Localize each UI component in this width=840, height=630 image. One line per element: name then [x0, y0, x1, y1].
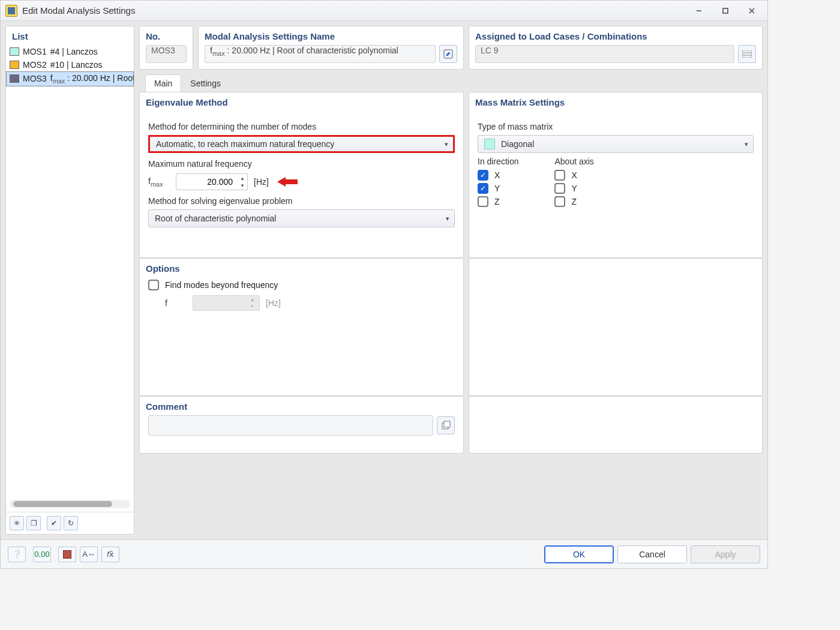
minimize-button[interactable]: [686, 2, 712, 19]
svg-rect-10: [444, 421, 450, 427]
beyond-f-input: ▲▸: [193, 295, 260, 311]
solve-method-value: Root of characteristic polynomial: [155, 214, 276, 223]
no-field: MOS3: [146, 45, 187, 63]
comment-library-button[interactable]: [437, 416, 455, 434]
list-header: List: [6, 26, 134, 45]
mass-type-value: Diagonal: [501, 139, 534, 149]
mass-type-select[interactable]: Diagonal ▾: [478, 135, 754, 153]
beyond-f-symbol: f: [165, 298, 187, 308]
method-modes-select[interactable]: Automatic, to reach maximum natural freq…: [148, 135, 455, 153]
axis-z-checkbox[interactable]: [554, 196, 565, 207]
dialog-footer: ❔ 0,00 A↔ fx̂ OK Cancel Apply: [1, 539, 767, 568]
name-panel: Modal Analysis Settings Name fmax : 20.0…: [198, 26, 464, 70]
chevron-down-icon: ▾: [445, 140, 448, 148]
chevron-down-icon: ▾: [745, 140, 748, 148]
svg-marker-8: [277, 177, 298, 187]
solve-method-label: Method for solving eigenvalue problem: [148, 196, 455, 206]
new-item-button[interactable]: ✳: [10, 516, 24, 530]
list-hscrollbar[interactable]: [10, 500, 130, 508]
list-panel: List MOS1 #4 | Lanczos MOS2 #10 | Lanczo…: [5, 26, 134, 535]
window-title: Edit Modal Analysis Settings: [22, 5, 135, 16]
top-row: No. MOS3 Modal Analysis Settings Name fm…: [139, 26, 763, 70]
list-body: MOS1 #4 | Lanczos MOS2 #10 | Lanczos MOS…: [6, 45, 134, 496]
color-button[interactable]: [58, 547, 76, 562]
name-label: Modal Analysis Settings Name: [199, 26, 463, 45]
axis-header: About axis: [554, 157, 593, 166]
cancel-button[interactable]: Cancel: [617, 545, 687, 563]
list-item-mos2[interactable]: MOS2 #10 | Lanczos: [6, 58, 134, 71]
list-item-desc: #10 | Lanczos: [50, 60, 103, 70]
comment-panel: Comment: [139, 396, 464, 454]
no-label: No.: [140, 26, 193, 45]
maximize-button[interactable]: [712, 2, 739, 19]
titlebar: Edit Modal Analysis Settings: [1, 1, 767, 21]
tabs: Main Settings: [139, 74, 763, 92]
axis-x-checkbox[interactable]: [554, 170, 565, 181]
empty-comment-right-panel: [469, 396, 763, 454]
name-field[interactable]: fmax : 20.000 Hz | Root of characteristi…: [205, 45, 436, 63]
empty-right-panel: [469, 258, 763, 397]
fmax-symbol: fmax: [148, 176, 170, 188]
check-all-button[interactable]: ✔: [47, 516, 61, 530]
list-toolbar: ✳ ❐ ✔ ↻: [6, 512, 134, 534]
method-modes-value: Automatic, to reach maximum natural freq…: [156, 139, 334, 149]
eigenvalue-panel: Eigenvalue Method Method for determining…: [139, 92, 464, 258]
list-item-mos1[interactable]: MOS1 #4 | Lanczos: [6, 45, 134, 58]
find-beyond-label: Find modes beyond frequency: [165, 280, 278, 290]
max-freq-label: Maximum natural frequency: [148, 159, 455, 169]
list-item-desc: #4 | Lanczos: [50, 47, 98, 56]
fmax-input[interactable]: [176, 173, 248, 190]
direction-header: In direction: [478, 157, 518, 166]
mass-type-label: Type of mass matrix: [478, 122, 754, 131]
comment-header: Comment: [140, 397, 463, 415]
tab-settings[interactable]: Settings: [181, 74, 230, 92]
comment-input[interactable]: [148, 415, 433, 436]
svg-rect-1: [723, 8, 728, 13]
eigenvalue-header: Eigenvalue Method: [140, 92, 463, 111]
apply-button[interactable]: Apply: [691, 545, 760, 563]
callout-arrow-icon: [277, 176, 298, 188]
comment-row: Comment: [139, 396, 763, 535]
assigned-label: Assigned to Load Cases / Combinations: [469, 26, 762, 45]
fx-button[interactable]: fx̂: [101, 547, 119, 562]
svg-rect-5: [742, 50, 752, 58]
mass-matrix-panel: Mass Matrix Settings Type of mass matrix…: [469, 92, 763, 258]
assigned-details-button[interactable]: [738, 45, 756, 63]
content-area: List MOS1 #4 | Lanczos MOS2 #10 | Lanczo…: [1, 21, 767, 539]
tab-main[interactable]: Main: [145, 74, 181, 92]
app-icon: [5, 5, 17, 17]
middle-panels: Options Find modes beyond frequency f ▲▸: [139, 258, 763, 397]
solve-method-select[interactable]: Root of characteristic polynomial ▾: [148, 209, 455, 227]
ok-button[interactable]: OK: [544, 545, 614, 563]
dialog-window: Edit Modal Analysis Settings List MOS1 #…: [0, 0, 768, 569]
direction-z-checkbox[interactable]: [478, 196, 488, 207]
options-header: Options: [140, 259, 463, 277]
help-button[interactable]: ❔: [8, 547, 26, 562]
direction-y-checkbox[interactable]: [478, 183, 488, 194]
axis-y-checkbox[interactable]: [554, 183, 565, 194]
direction-x-checkbox[interactable]: [478, 170, 488, 181]
check-refresh-button[interactable]: ↻: [64, 516, 78, 530]
find-beyond-checkbox[interactable]: [148, 280, 159, 290]
mass-header: Mass Matrix Settings: [469, 92, 762, 111]
copy-item-button[interactable]: ❐: [26, 516, 41, 530]
mass-type-color-chip: [484, 139, 495, 149]
work-area: Main Settings Eigenvalue Method Method f…: [139, 74, 763, 535]
list-item-id: MOS3: [23, 74, 47, 83]
no-panel: No. MOS3: [139, 26, 193, 70]
edit-name-button[interactable]: [439, 45, 457, 63]
font-button[interactable]: A↔: [80, 547, 98, 562]
units-button[interactable]: 0,00: [33, 547, 51, 562]
assigned-field: LC 9: [475, 45, 734, 63]
method-modes-label: Method for determining the number of mod…: [148, 122, 455, 131]
list-item-id: MOS1: [23, 47, 47, 56]
list-item-id: MOS2: [23, 60, 47, 70]
upper-panels: Eigenvalue Method Method for determining…: [139, 92, 763, 258]
options-panel: Options Find modes beyond frequency f ▲▸: [139, 258, 464, 397]
close-button[interactable]: [739, 2, 765, 19]
list-item-mos3[interactable]: MOS3 fmax : 20.000 Hz | Root of characte…: [6, 71, 134, 86]
color-swatch: [10, 61, 19, 69]
chevron-down-icon: ▾: [446, 215, 449, 223]
color-swatch: [10, 47, 19, 56]
fmax-spinner[interactable]: ▲▼: [238, 175, 247, 189]
